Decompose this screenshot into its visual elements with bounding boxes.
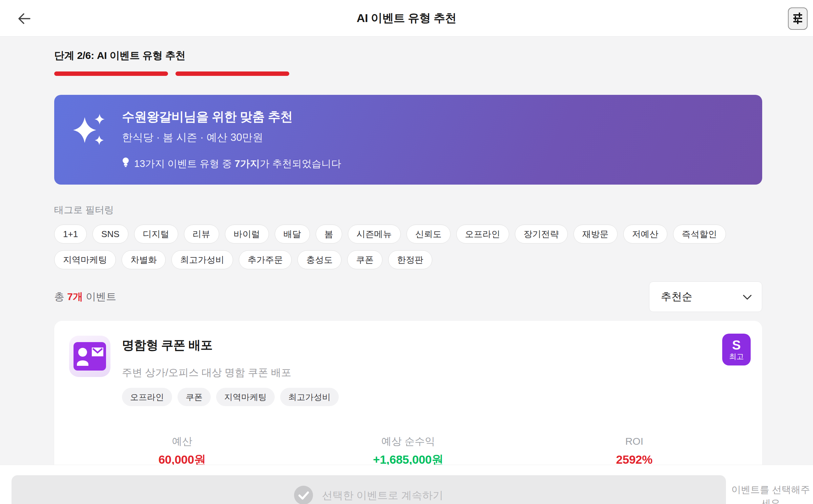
stat-budget: 예산 60,000원	[69, 435, 295, 467]
tag-chip[interactable]: 배달	[275, 225, 310, 244]
stat-profit-label: 예상 순수익	[295, 435, 521, 447]
event-stats: 예산 60,000원 예상 순수익 +1,685,000원 ROI 2592%	[69, 435, 747, 467]
stat-roi: ROI 2592%	[521, 435, 747, 467]
selection-hint: 이벤트를 선택해주세요	[728, 483, 813, 504]
banner-info: 13가지 이벤트 유형 중 7가지가 추천되었습니다	[122, 157, 341, 170]
sort-value: 추천순	[661, 290, 692, 304]
event-description: 주변 상가/오피스 대상 명함 쿠폰 배포	[122, 366, 339, 379]
bottom-bar: 선택한 이벤트로 계속하기 이벤트를 선택해주세요	[0, 465, 813, 504]
lightbulb-icon	[122, 157, 129, 170]
continue-button-label: 선택한 이벤트로 계속하기	[322, 488, 443, 503]
progress-bars	[54, 71, 762, 76]
event-count: 총 7개 이벤트	[54, 290, 116, 304]
card-top: 명함형 쿠폰 배포 주변 상가/오피스 대상 명함 쿠폰 배포 오프라인쿠폰지역…	[69, 336, 747, 406]
tag-chip[interactable]: 바이럴	[225, 225, 269, 244]
event-tag: 최고가성비	[280, 388, 339, 406]
back-button[interactable]	[16, 11, 32, 27]
grade-sub-label: 최고	[729, 353, 744, 361]
tag-chip[interactable]: 저예산	[623, 225, 667, 244]
tag-chip[interactable]: 차별화	[122, 250, 166, 269]
stat-budget-label: 예산	[69, 435, 295, 447]
tag-filter-label: 태그로 필터링	[54, 204, 762, 216]
continue-button[interactable]: 선택한 이벤트로 계속하기	[12, 475, 726, 504]
tag-chip[interactable]: 디지털	[134, 225, 178, 244]
event-tag: 지역마케팅	[216, 388, 275, 406]
progress-section: 단계 2/6: AI 이벤트 유형 추천	[54, 49, 762, 76]
sparkles-icon	[72, 114, 106, 170]
top-bar: AI 이벤트 유형 추천	[0, 0, 813, 37]
ai-recommendation-banner: 수원왕갈비님을 위한 맞춤 추천 한식당 · 봄 시즌 · 예산 30만원 13…	[54, 95, 762, 185]
tag-filter-section: 태그로 필터링 1+1SNS디지털리뷰바이럴배달봄시즌메뉴신뢰도오프라인장기전략…	[54, 204, 762, 269]
progress-bar-filled	[54, 71, 168, 76]
tag-chip[interactable]: 지역마케팅	[54, 250, 116, 269]
list-header: 총 7개 이벤트 추천순	[54, 281, 762, 312]
tag-chip[interactable]: 최고가성비	[171, 250, 233, 269]
tag-chip[interactable]: 시즌메뉴	[348, 225, 401, 244]
progress-bar-filled	[175, 71, 289, 76]
sort-dropdown[interactable]: 추천순	[649, 281, 762, 312]
tag-chip[interactable]: 추가주문	[239, 250, 292, 269]
tag-chip[interactable]: 봄	[316, 225, 342, 244]
stat-profit: 예상 순수익 +1,685,000원	[295, 435, 521, 467]
stat-roi-label: ROI	[521, 435, 747, 447]
tag-chip[interactable]: 한정판	[388, 250, 432, 269]
grade-badge: S 최고	[722, 334, 751, 365]
event-tags: 오프라인쿠폰지역마케팅최고가성비	[122, 388, 339, 406]
tag-chip[interactable]: 1+1	[54, 225, 87, 244]
tag-chip[interactable]: 장기전략	[515, 225, 568, 244]
check-circle-icon	[294, 486, 313, 504]
filter-settings-button[interactable]	[788, 7, 808, 30]
step-label: 단계 2/6: AI 이벤트 유형 추천	[54, 49, 762, 63]
banner-text: 수원왕갈비님을 위한 맞춤 추천 한식당 · 봄 시즌 · 예산 30만원 13…	[122, 110, 341, 170]
banner-info-text: 13가지 이벤트 유형 중 7가지가 추천되었습니다	[134, 158, 341, 169]
card-text-column: 명함형 쿠폰 배포 주변 상가/오피스 대상 명함 쿠폰 배포 오프라인쿠폰지역…	[122, 336, 339, 406]
tag-chip[interactable]: 신뢰도	[406, 225, 451, 244]
tag-chip[interactable]: 즉석할인	[673, 225, 726, 244]
tag-chip[interactable]: SNS	[92, 225, 128, 244]
tag-filter-chips: 1+1SNS디지털리뷰바이럴배달봄시즌메뉴신뢰도오프라인장기전략재방문저예산즉석…	[54, 225, 752, 269]
tag-chip[interactable]: 쿠폰	[347, 250, 382, 269]
event-tag: 쿠폰	[178, 388, 211, 406]
arrow-left-icon	[16, 11, 31, 27]
contact-mail-icon	[69, 336, 110, 377]
chevron-down-icon	[743, 291, 752, 303]
banner-title: 수원왕갈비님을 위한 맞춤 추천	[122, 110, 341, 124]
grade-letter: S	[732, 338, 741, 352]
tag-chip[interactable]: 리뷰	[184, 225, 219, 244]
event-count-number: 7개	[67, 291, 83, 302]
event-tag: 오프라인	[122, 388, 172, 406]
event-title: 명함형 쿠폰 배포	[122, 338, 339, 353]
tag-chip[interactable]: 충성도	[297, 250, 341, 269]
tune-sliders-icon	[792, 12, 804, 26]
banner-subtitle: 한식당 · 봄 시즌 · 예산 30만원	[122, 131, 341, 144]
page-title: AI 이벤트 유형 추천	[357, 10, 456, 26]
main-content: 단계 2/6: AI 이벤트 유형 추천 수원왕갈비님을 위한 맞춤 추천 한식…	[54, 49, 762, 497]
tag-chip[interactable]: 오프라인	[456, 225, 509, 244]
tag-chip[interactable]: 재방문	[574, 225, 618, 244]
